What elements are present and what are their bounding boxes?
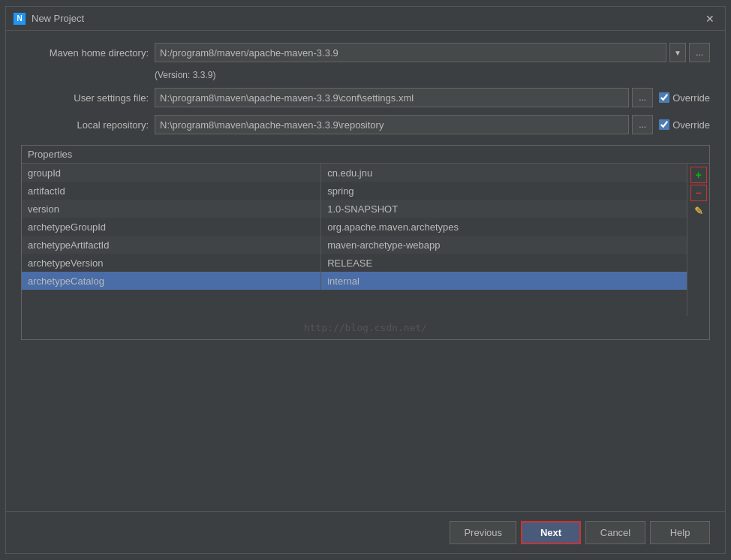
table-row[interactable]: groupId cn.edu.jnu bbox=[22, 164, 687, 182]
table-row[interactable]: artifactId spring bbox=[22, 182, 687, 200]
remove-property-btn[interactable]: − bbox=[690, 185, 707, 201]
properties-section: Properties groupId cn.edu.jnu artifactId… bbox=[21, 145, 710, 340]
maven-home-input[interactable] bbox=[155, 43, 666, 62]
maven-home-ellipsis-btn[interactable]: ... bbox=[689, 43, 710, 62]
local-repo-override-check[interactable] bbox=[659, 119, 669, 130]
dialog-content: Maven home directory: ▼ ... (Version: 3.… bbox=[6, 31, 725, 511]
edit-property-btn[interactable]: ✎ bbox=[690, 203, 707, 219]
new-project-dialog: N New Project ✕ Maven home directory: ▼ … bbox=[5, 6, 726, 554]
table-row[interactable]: archetypeArtifactId maven-archetype-weba… bbox=[22, 236, 687, 254]
add-property-btn[interactable]: + bbox=[690, 167, 707, 183]
cancel-button[interactable]: Cancel bbox=[585, 521, 645, 544]
property-key: artifactId bbox=[22, 182, 321, 200]
maven-home-input-container: ▼ ... bbox=[155, 43, 710, 62]
dialog-footer: Previous Next Cancel Help bbox=[6, 511, 725, 553]
property-value: maven-archetype-webapp bbox=[321, 236, 687, 254]
properties-data-table: groupId cn.edu.jnu artifactId spring ver… bbox=[22, 164, 687, 290]
table-row[interactable]: archetypeCatalog internal bbox=[22, 272, 687, 290]
properties-table: groupId cn.edu.jnu artifactId spring ver… bbox=[22, 164, 687, 316]
user-settings-ellipsis-btn[interactable]: ... bbox=[632, 88, 653, 107]
user-settings-override-label: Override bbox=[672, 92, 710, 104]
property-key: version bbox=[22, 200, 321, 218]
user-settings-input[interactable] bbox=[155, 88, 629, 107]
local-repo-override-container: Override bbox=[659, 119, 710, 131]
local-repo-ellipsis-btn[interactable]: ... bbox=[632, 115, 653, 134]
property-key: groupId bbox=[22, 164, 321, 182]
property-value: org.apache.maven.archetypes bbox=[321, 218, 687, 236]
properties-sidebar: + − ✎ bbox=[687, 164, 709, 316]
local-repo-override-label: Override bbox=[672, 119, 710, 131]
maven-home-row: Maven home directory: ▼ ... bbox=[21, 43, 710, 62]
local-repo-row: Local repository: ... Override bbox=[21, 115, 710, 134]
property-value: cn.edu.jnu bbox=[321, 164, 687, 182]
property-value: RELEASE bbox=[321, 254, 687, 272]
previous-button[interactable]: Previous bbox=[450, 521, 516, 544]
property-value: internal bbox=[321, 272, 687, 290]
user-settings-input-container: ... Override bbox=[155, 88, 710, 107]
help-button[interactable]: Help bbox=[650, 521, 710, 544]
title-bar: N New Project ✕ bbox=[6, 7, 725, 31]
user-settings-label: User settings file: bbox=[21, 92, 149, 104]
app-icon: N bbox=[14, 13, 26, 25]
local-repo-input-container: ... Override bbox=[155, 115, 710, 134]
table-row[interactable]: archetypeGroupId org.apache.maven.archet… bbox=[22, 218, 687, 236]
title-bar-left: N New Project bbox=[14, 13, 84, 25]
maven-version-info: (Version: 3.3.9) bbox=[155, 70, 710, 80]
dialog-title: New Project bbox=[32, 13, 84, 24]
properties-header: Properties bbox=[22, 146, 709, 164]
user-settings-override-container: Override bbox=[659, 92, 710, 104]
local-repo-label: Local repository: bbox=[21, 119, 149, 131]
maven-home-label: Maven home directory: bbox=[21, 47, 149, 59]
user-settings-row: User settings file: ... Override bbox=[21, 88, 710, 107]
table-row[interactable]: archetypeVersion RELEASE bbox=[22, 254, 687, 272]
property-key: archetypeGroupId bbox=[22, 218, 321, 236]
close-button[interactable]: ✕ bbox=[702, 11, 717, 26]
table-row[interactable]: version 1.0-SNAPSHOT bbox=[22, 200, 687, 218]
next-button[interactable]: Next bbox=[521, 521, 581, 544]
property-value: spring bbox=[321, 182, 687, 200]
property-value: 1.0-SNAPSHOT bbox=[321, 200, 687, 218]
properties-table-container: groupId cn.edu.jnu artifactId spring ver… bbox=[22, 164, 709, 316]
url-watermark: http://blog.csdn.net/ bbox=[22, 316, 709, 339]
property-key: archetypeCatalog bbox=[22, 272, 321, 290]
user-settings-override-check[interactable] bbox=[659, 92, 669, 103]
maven-home-dropdown-btn[interactable]: ▼ bbox=[669, 43, 686, 62]
local-repo-input[interactable] bbox=[155, 115, 629, 134]
property-key: archetypeArtifactId bbox=[22, 236, 321, 254]
property-key: archetypeVersion bbox=[22, 254, 321, 272]
